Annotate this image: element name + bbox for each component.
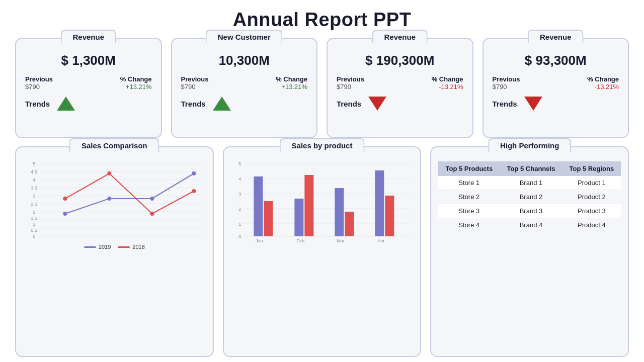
svg-text:4.5: 4.5 (31, 169, 37, 174)
kpi-change-group-0: % Change +13.21% (120, 75, 152, 90)
kpi-metrics-1: Previous $790 % Change +13.21% (181, 75, 308, 90)
svg-text:1: 1 (33, 222, 35, 227)
kpi-trends-2: Trends (337, 97, 463, 111)
kpi-metrics-0: Previous $790 % Change +13.21% (25, 75, 152, 90)
kpi-previous-label-1: Previous (181, 75, 209, 83)
sales-comparison-label: Sales Comparison (69, 138, 159, 152)
svg-text:2: 2 (238, 207, 241, 212)
svg-text:0.5: 0.5 (31, 228, 37, 233)
kpi-label-tab-3: Revenue (528, 30, 584, 43)
line-chart: 5 4.5 4 3.5 3 2.5 2 1.5 1 0.5 0 (23, 159, 206, 250)
table-cell-0-0: Store 1 (438, 176, 500, 190)
svg-rect-48 (304, 175, 313, 236)
table-row: Store 1Brand 1Product 1 (438, 176, 621, 190)
table-row: Store 3Brand 3Product 3 (438, 204, 621, 218)
line-chart-legend: 2019 2018 (23, 244, 206, 250)
table-row: Store 2Brand 2Product 2 (438, 190, 621, 204)
kpi-card-0: Revenue $ 1,300M Previous $790 % Change … (15, 38, 162, 138)
svg-text:Feb: Feb (296, 238, 304, 242)
kpi-card-2: Revenue $ 190,300M Previous $790 % Chang… (327, 38, 473, 138)
col-regions: Top 5 Regions (562, 161, 621, 176)
trend-up-icon-1 (213, 97, 231, 111)
svg-point-29 (63, 197, 67, 201)
kpi-change-value-0: +13.21% (126, 83, 152, 90)
svg-text:3: 3 (238, 192, 241, 197)
line-chart-svg: 5 4.5 4 3.5 3 2.5 2 1.5 1 0.5 0 (23, 159, 206, 240)
page-title: Annual Report PPT (15, 9, 629, 31)
kpi-value-0: $ 1,300M (25, 53, 152, 68)
kpi-change-label-1: % Change (276, 75, 307, 83)
high-performing-card: High Performing Top 5 Products Top 5 Cha… (430, 146, 629, 357)
svg-text:1: 1 (238, 222, 241, 227)
legend-2018: 2018 (118, 244, 144, 250)
kpi-change-value-3: -13.21% (595, 83, 619, 90)
kpi-previous-value-0: $790 (25, 83, 40, 90)
kpi-value-2: $ 190,300M (337, 53, 463, 68)
svg-rect-45 (254, 176, 263, 236)
svg-point-28 (192, 171, 196, 175)
kpi-change-value-1: +13.21% (281, 83, 307, 90)
page: Annual Report PPT Revenue $ 1,300M Previ… (0, 0, 644, 362)
kpi-value-1: 10,300M (181, 53, 308, 68)
kpi-trends-label-1: Trends (181, 100, 206, 108)
svg-text:5: 5 (33, 161, 35, 166)
kpi-metrics-3: Previous $790 % Change -13.21% (493, 75, 619, 90)
kpi-previous-value-3: $790 (493, 83, 507, 90)
col-channels: Top 5 Channels (500, 161, 562, 176)
kpi-change-group-3: % Change -13.21% (587, 75, 619, 90)
bar-chart: 5 4 3 2 1 0 (231, 159, 414, 250)
svg-text:2.5: 2.5 (31, 202, 37, 207)
trend-up-icon-0 (57, 97, 75, 111)
kpi-change-group-1: % Change +13.21% (276, 75, 307, 90)
kpi-change-label-0: % Change (120, 75, 152, 83)
svg-text:4: 4 (33, 177, 35, 183)
kpi-value-3: $ 93,300M (493, 53, 619, 68)
svg-text:Apr: Apr (377, 238, 384, 242)
kpi-previous-group-1: Previous $790 (181, 75, 209, 90)
trend-down-icon-2 (368, 97, 386, 111)
kpi-previous-value-2: $790 (337, 83, 351, 90)
svg-point-31 (150, 212, 154, 216)
svg-point-30 (107, 171, 111, 175)
svg-text:5: 5 (238, 161, 241, 166)
svg-text:2: 2 (33, 210, 35, 215)
table-cell-1-2: Product 2 (562, 190, 621, 204)
kpi-previous-group-3: Previous $790 (493, 75, 520, 90)
kpi-label-tab-1: New Customer (206, 30, 283, 43)
legend-2019-label: 2019 (99, 244, 111, 250)
kpi-previous-label-2: Previous (337, 75, 364, 83)
legend-2018-label: 2018 (132, 244, 144, 250)
svg-point-25 (63, 212, 67, 216)
kpi-row: Revenue $ 1,300M Previous $790 % Change … (15, 38, 629, 138)
table-cell-2-2: Product 3 (562, 204, 621, 218)
sales-comparison-card: Sales Comparison 5 4.5 4 3.5 3 2.5 2 1.5… (15, 146, 214, 357)
table-cell-3-1: Brand 4 (500, 218, 562, 232)
kpi-trends-label-2: Trends (337, 100, 361, 108)
svg-text:0: 0 (33, 234, 35, 239)
kpi-trends-0: Trends (25, 97, 152, 111)
svg-point-32 (192, 189, 196, 193)
kpi-change-group-2: % Change -13.21% (432, 75, 463, 90)
kpi-previous-group-2: Previous $790 (337, 75, 364, 90)
kpi-previous-label-0: Previous (25, 75, 53, 83)
kpi-change-value-2: -13.21% (439, 83, 463, 90)
high-performing-table: Top 5 Products Top 5 Channels Top 5 Regi… (438, 161, 621, 232)
table-cell-1-1: Brand 2 (500, 190, 562, 204)
svg-rect-52 (385, 196, 394, 236)
kpi-card-1: New Customer 10,300M Previous $790 % Cha… (171, 38, 318, 138)
col-products: Top 5 Products (438, 161, 500, 176)
svg-text:Mar: Mar (337, 238, 345, 242)
kpi-trends-3: Trends (493, 97, 619, 111)
svg-rect-47 (294, 199, 303, 236)
svg-rect-51 (375, 170, 384, 236)
kpi-previous-value-1: $790 (181, 83, 196, 90)
svg-text:0: 0 (238, 234, 241, 239)
kpi-metrics-2: Previous $790 % Change -13.21% (337, 75, 463, 90)
table-cell-2-0: Store 3 (438, 204, 500, 218)
svg-rect-50 (345, 212, 354, 236)
trend-down-icon-3 (524, 97, 542, 111)
svg-text:3.5: 3.5 (31, 186, 37, 191)
kpi-trends-label-0: Trends (25, 100, 50, 108)
bottom-row: Sales Comparison 5 4.5 4 3.5 3 2.5 2 1.5… (15, 146, 629, 357)
legend-2019: 2019 (84, 244, 111, 250)
